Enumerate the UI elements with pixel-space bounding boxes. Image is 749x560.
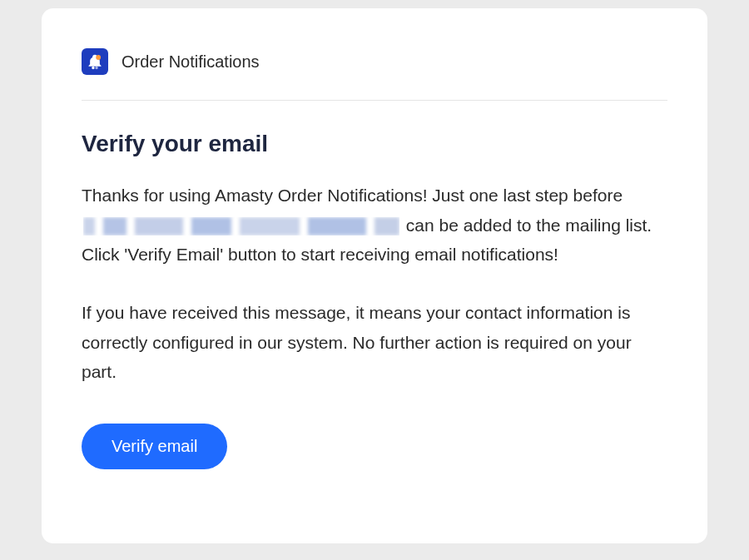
email-header: Order Notifications [82, 48, 667, 101]
bell-icon [82, 48, 108, 75]
brand-label: Order Notifications [122, 52, 260, 72]
intro-paragraph: Thanks for using Amasty Order Notificati… [82, 181, 667, 270]
info-paragraph: If you have received this message, it me… [82, 298, 667, 387]
svg-point-0 [96, 55, 101, 60]
intro-text-before: Thanks for using Amasty Order Notificati… [82, 186, 623, 205]
svg-point-1 [92, 67, 94, 69]
email-card: Order Notifications Verify your email Th… [42, 8, 707, 543]
svg-point-2 [95, 67, 97, 69]
verify-email-button[interactable]: Verify email [82, 424, 227, 469]
redacted-email [83, 217, 399, 235]
page-title: Verify your email [82, 131, 667, 157]
